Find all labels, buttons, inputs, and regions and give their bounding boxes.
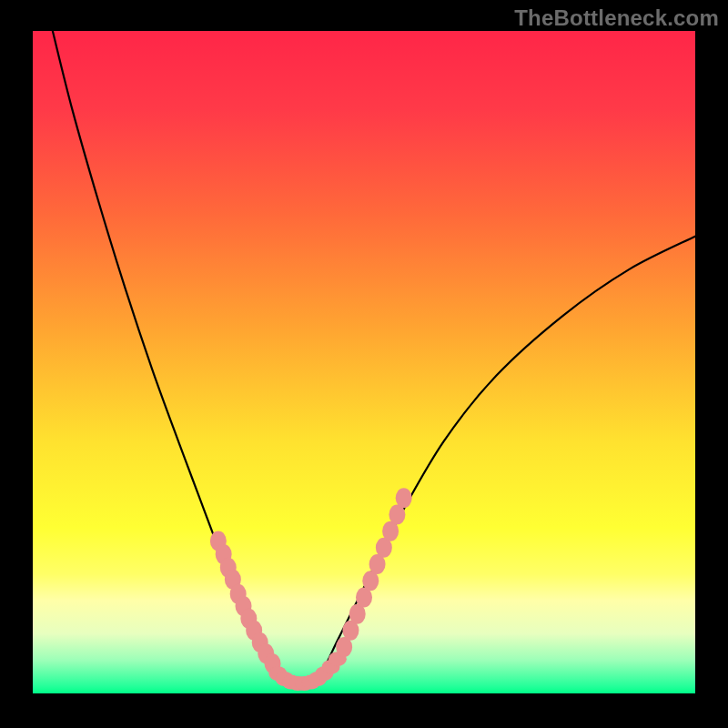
marker-right <box>396 488 412 508</box>
plot-area <box>33 31 695 693</box>
watermark-text: TheBottleneck.com <box>514 5 719 31</box>
data-markers <box>210 488 412 691</box>
curve-layer <box>33 31 695 693</box>
chart-stage: TheBottleneck.com <box>0 0 728 728</box>
